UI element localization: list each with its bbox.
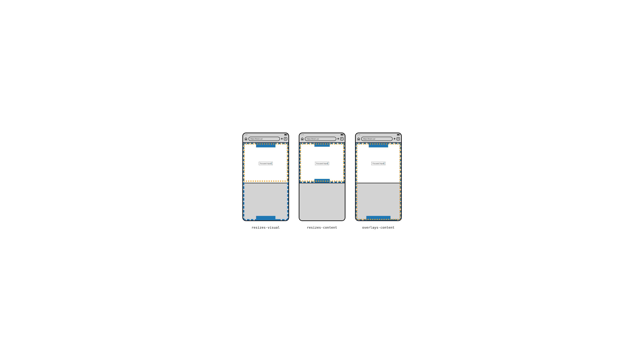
tab-count-button[interactable]: 5 [340,137,344,140]
phone-frame: 11:45 https://bram.us/ + 5 [299,133,346,221]
browser-toolbar: https://bram.us/ + 5 [243,136,288,143]
browser-toolbar: https://bram.us/ + 5 [356,136,401,143]
battery-icon [397,134,400,135]
url-bar[interactable]: https://bram.us/ [248,137,280,141]
url-text: https://bram.us/ [363,138,375,140]
phone-frame: 11:45 https://bram.us/ + 5 [242,133,289,221]
panel-caption: resizes-content [307,226,337,229]
text-caret [328,162,328,164]
panel-caption: overlays-content [362,226,394,229]
focused-input[interactable]: Focused Input [315,162,329,165]
status-time: 11:45 [357,134,360,135]
focused-input[interactable]: Focused Input [259,162,272,165]
battery-icon [340,134,344,135]
status-bar: 11:45 [300,133,345,136]
new-tab-icon[interactable]: + [337,137,339,141]
panel-caption: resizes-visual [252,226,280,229]
url-text: https://bram.us/ [250,138,263,140]
fixed-bottom-element [256,216,276,220]
url-bar[interactable]: https://bram.us/ [361,137,392,141]
screen-area: Focused Input [356,143,401,220]
focused-input[interactable]: Focused Input [371,162,385,165]
screen-area: Focused Input [243,143,288,220]
text-caret [271,162,272,164]
status-bar: 11:45 [356,133,401,136]
home-icon[interactable] [301,137,304,140]
new-tab-icon[interactable]: + [394,137,396,141]
home-icon[interactable] [357,137,360,140]
home-icon[interactable] [244,137,248,140]
status-time: 11:45 [244,134,248,135]
diagram-stage: 11:45 https://bram.us/ + 5 [242,133,402,229]
focused-input-label: Focused Input [372,162,384,164]
panel-overlays-content: 11:45 https://bram.us/ + 5 [355,133,402,229]
virtual-keyboard [300,183,345,220]
battery-icon [284,134,287,135]
new-tab-icon[interactable]: + [281,137,283,141]
text-caret [384,162,384,164]
fixed-strip [274,219,280,220]
screen-area: Focused Input [300,143,345,220]
status-bar: 11:45 [243,133,288,136]
tab-count-button[interactable]: 5 [284,137,287,140]
url-text: https://bram.us/ [307,138,319,140]
panel-resizes-visual: 11:45 https://bram.us/ + 5 [242,133,289,229]
url-bar[interactable]: https://bram.us/ [305,137,336,141]
phone-frame: 11:45 https://bram.us/ + 5 [355,133,402,221]
tab-count-button[interactable]: 5 [396,137,400,140]
focused-input-label: Focused Input [260,162,271,164]
browser-toolbar: https://bram.us/ + 5 [300,136,345,143]
visual-viewport-outline [356,143,401,220]
panel-resizes-content: 11:45 https://bram.us/ + 5 [299,133,346,229]
focused-input-label: Focused Input [316,162,328,164]
status-time: 11:45 [301,134,304,135]
